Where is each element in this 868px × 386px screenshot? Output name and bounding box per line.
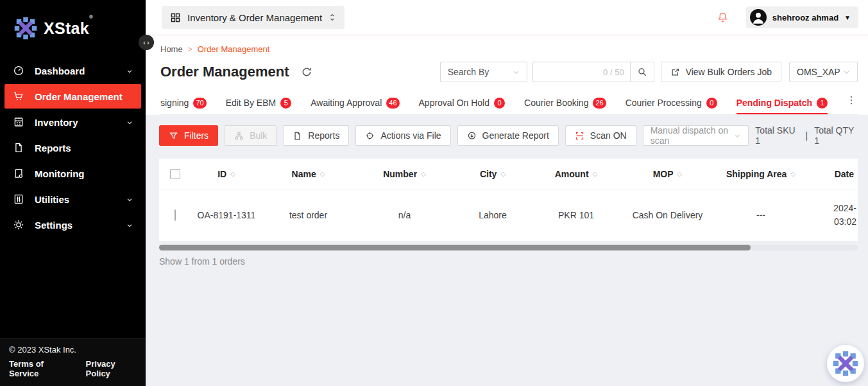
column-header-city[interactable]: City◇ bbox=[454, 169, 531, 179]
bulk-button[interactable]: Bulk bbox=[225, 125, 277, 146]
actions-via-file-button[interactable]: Actions via File bbox=[355, 125, 450, 146]
column-header-amount[interactable]: Amount◇ bbox=[531, 169, 621, 179]
chevron-down-icon bbox=[513, 69, 520, 76]
chevron-down-icon bbox=[843, 69, 850, 76]
reports-button[interactable]: Reports bbox=[283, 125, 349, 146]
tab-courier-processing[interactable]: Courier Processing 0 bbox=[625, 91, 717, 114]
sidebar-item-label: Utilities bbox=[35, 194, 69, 205]
sidebar-item-label: Monitoring bbox=[35, 168, 84, 179]
search-by-select[interactable]: Search By bbox=[440, 62, 527, 82]
sidebar-item-dashboard[interactable]: Dashboard bbox=[0, 58, 146, 83]
brand-name: XStak® bbox=[44, 19, 93, 38]
tab-label: Edit By EBM bbox=[226, 98, 277, 108]
title-row: Order Management Search By 0 / 50 bbox=[160, 62, 858, 82]
sidebar-footer: © 2023 XStak Inc. Terms of Service Priva… bbox=[0, 338, 146, 386]
tab-pending-dispatch[interactable]: Pending Dispatch 1 bbox=[736, 91, 828, 114]
sort-icon[interactable]: ◇ bbox=[320, 170, 325, 177]
row-checkbox[interactable] bbox=[174, 209, 176, 221]
sort-icon[interactable]: ◇ bbox=[500, 170, 506, 177]
tab-signing[interactable]: signing 70 bbox=[160, 91, 207, 114]
refresh-icon[interactable] bbox=[301, 66, 312, 78]
page-title: Order Management bbox=[160, 64, 289, 80]
collapse-left-glyph: ‹ bbox=[143, 39, 146, 46]
terms-of-service-link[interactable]: Terms of Service bbox=[9, 359, 69, 378]
app-switcher[interactable]: Inventory & Order Management bbox=[162, 6, 345, 29]
generate-report-button[interactable]: Generate Report bbox=[457, 125, 559, 146]
column-header-id[interactable]: ID◇ bbox=[191, 169, 262, 179]
column-header-shipping-area[interactable]: Shipping Area◇ bbox=[714, 169, 808, 179]
scan-icon bbox=[575, 131, 584, 141]
tab-courier-booking[interactable]: Courier Booking 26 bbox=[524, 91, 606, 114]
breadcrumb-home[interactable]: Home bbox=[160, 44, 183, 54]
report-file-icon bbox=[13, 142, 24, 154]
sidebar-item-label: Settings bbox=[35, 220, 72, 231]
collapse-right-glyph: › bbox=[147, 39, 149, 46]
sort-icon[interactable]: ◇ bbox=[421, 170, 426, 177]
toolbar: Filters Bulk Reports Actions via File Ge… bbox=[159, 125, 858, 146]
caret-down-icon: ▼ bbox=[844, 14, 851, 21]
privacy-policy-link[interactable]: Privacy Policy bbox=[86, 359, 137, 378]
scan-on-button[interactable]: Scan ON bbox=[565, 125, 636, 146]
xstak-logo-icon bbox=[833, 351, 858, 376]
sidebar-item-monitoring[interactable]: Monitoring bbox=[0, 161, 146, 186]
sort-icon[interactable]: ◇ bbox=[790, 170, 796, 177]
sort-icon[interactable]: ◇ bbox=[230, 170, 235, 177]
cell-id[interactable]: OA-8191-1311 bbox=[191, 210, 262, 220]
column-header-name[interactable]: Name◇ bbox=[262, 169, 355, 179]
tabs-overflow-menu-icon[interactable]: ⋮ bbox=[841, 94, 858, 112]
table-row[interactable]: OA-8191-1311 test order n/a Lahore PKR 1… bbox=[159, 189, 858, 241]
notification-bell-icon[interactable] bbox=[717, 12, 729, 24]
tab-approval-on-hold[interactable]: Approval On Hold 0 bbox=[419, 91, 506, 114]
total-sku: Total SKU 1 bbox=[755, 125, 799, 146]
breadcrumb-current[interactable]: Order Management bbox=[198, 44, 270, 54]
column-header-mop[interactable]: MOP◇ bbox=[621, 169, 714, 179]
xstak-floating-button[interactable] bbox=[827, 345, 864, 382]
search-button[interactable] bbox=[630, 62, 654, 82]
env-select[interactable]: OMS_XAP bbox=[789, 62, 858, 82]
tab-count-badge: 5 bbox=[280, 98, 291, 109]
filters-button[interactable]: Filters bbox=[159, 125, 218, 146]
select-all-checkbox[interactable] bbox=[170, 169, 180, 179]
filters-label: Filters bbox=[184, 130, 208, 141]
search-group: Search By 0 / 50 View Bulk Orders Job bbox=[440, 62, 858, 82]
sidebar-item-utilities[interactable]: Utilities bbox=[0, 186, 146, 212]
download-circle-icon bbox=[467, 131, 477, 141]
inventory-icon bbox=[13, 116, 24, 128]
cell-number: n/a bbox=[355, 210, 454, 220]
user-menu[interactable]: shehrooz ahmad ▼ bbox=[746, 6, 858, 28]
sidebar-item-label: Order Management bbox=[35, 91, 123, 102]
table-header-row: ID◇ Name◇ Number◇ City◇ Amount◇ MOP◇ Shi… bbox=[159, 159, 858, 189]
cell-name: test order bbox=[262, 210, 355, 220]
tab-count-badge: 1 bbox=[817, 98, 828, 109]
cell-city: Lahore bbox=[454, 210, 531, 220]
sidebar-item-reports[interactable]: Reports bbox=[0, 135, 146, 161]
column-header-date[interactable]: Date bbox=[808, 169, 858, 179]
sidebar-item-inventory[interactable]: Inventory bbox=[0, 109, 146, 135]
sort-icon[interactable]: ◇ bbox=[677, 170, 683, 177]
search-input[interactable]: 0 / 50 bbox=[532, 62, 630, 82]
file-icon bbox=[293, 131, 302, 141]
sidebar-item-order-management[interactable]: Order Management bbox=[4, 84, 141, 109]
sidebar-collapse-toggle[interactable]: ‹ › bbox=[139, 35, 154, 50]
horizontal-scrollbar[interactable] bbox=[159, 245, 858, 250]
dispatch-mode-select[interactable]: Manual dispatch on scan bbox=[643, 125, 749, 146]
chevron-down-icon bbox=[126, 194, 133, 205]
dispatch-mode-value: Manual dispatch on scan bbox=[651, 125, 735, 146]
tab-awaiting-approval[interactable]: Awaiting Approval 46 bbox=[311, 91, 399, 114]
row-select-cell bbox=[159, 210, 191, 220]
char-counter: 0 / 50 bbox=[603, 67, 624, 77]
tab-edit-by-ebm[interactable]: Edit By EBM 5 bbox=[226, 91, 292, 114]
app-root: XStak® Dashboard Order Management Invent… bbox=[0, 0, 868, 386]
cell-amount: PKR 101 bbox=[531, 210, 621, 220]
orders-table: ID◇ Name◇ Number◇ City◇ Amount◇ MOP◇ Shi… bbox=[159, 159, 858, 241]
chevron-down-icon bbox=[734, 132, 741, 139]
view-bulk-orders-job-button[interactable]: View Bulk Orders Job bbox=[661, 62, 781, 82]
cell-mop: Cash On Delivery bbox=[621, 210, 714, 220]
tab-count-badge: 46 bbox=[386, 98, 399, 109]
reports-label: Reports bbox=[308, 130, 339, 141]
scrollbar-thumb[interactable] bbox=[159, 245, 751, 250]
scan-on-label: Scan ON bbox=[590, 130, 627, 141]
sidebar-item-settings[interactable]: Settings bbox=[0, 212, 146, 238]
sort-icon[interactable]: ◇ bbox=[593, 170, 598, 177]
column-header-number[interactable]: Number◇ bbox=[355, 169, 454, 179]
